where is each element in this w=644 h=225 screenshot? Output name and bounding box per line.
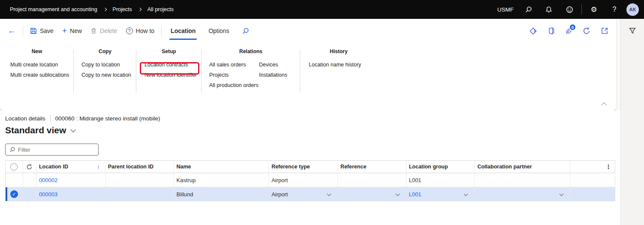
group-title: Setup (136, 48, 202, 55)
column-header-reference[interactable]: Reference (338, 161, 406, 173)
breadcrumb-projects[interactable]: Projects (113, 6, 132, 12)
attachments-count-badge: 0 (569, 24, 576, 31)
column-header-collaboration-partner[interactable]: Collaboration partner (475, 161, 570, 173)
company-picker[interactable]: USMF (497, 6, 514, 13)
reference-dropdown[interactable] (338, 187, 406, 201)
row-select-cell[interactable] (6, 173, 23, 187)
top-navigation-bar: Project management and accounting Projec… (0, 0, 644, 19)
location-id-link[interactable]: 000002 (39, 177, 57, 183)
column-header-parent-location-id[interactable]: Parent location ID (105, 161, 174, 173)
gear-icon: ⚙ (590, 6, 597, 13)
command-search-button[interactable] (242, 27, 249, 35)
open-in-office-button[interactable] (548, 27, 555, 35)
selected-check-icon[interactable]: ✓ (10, 190, 18, 198)
tab-options[interactable]: Options (203, 25, 234, 37)
locations-grid: Location ID ↑ Parent location ID Name Re… (5, 160, 615, 201)
table-row[interactable]: 000002 Kastrup Airport L001 (6, 173, 615, 187)
command-divider (161, 25, 162, 36)
refresh-button[interactable] (583, 27, 590, 35)
caption-divider (50, 115, 51, 122)
menu-item-copy-to-location[interactable]: Copy to location (81, 60, 136, 69)
menu-item-copy-to-new-location[interactable]: Copy to new location (81, 70, 136, 80)
feedback-button[interactable] (559, 0, 580, 19)
power-apps-button[interactable] (529, 27, 537, 35)
menu-item-devices[interactable]: Devices (259, 60, 287, 69)
user-avatar[interactable]: AK (626, 3, 639, 16)
chevron-right-icon (103, 8, 106, 11)
bell-icon (545, 6, 552, 13)
menu-item-projects[interactable]: Projects (209, 70, 259, 80)
refresh-cell (23, 161, 36, 173)
tab-location[interactable]: Location (166, 25, 201, 37)
group-title: New (0, 48, 74, 55)
funnel-icon (629, 27, 636, 35)
back-button[interactable]: ← (3, 25, 20, 36)
column-header-name[interactable]: Name (174, 161, 269, 173)
column-header-location-id[interactable]: Location ID ↑ (36, 161, 105, 173)
location-id-link[interactable]: 000003 (39, 191, 57, 198)
filter-rail (620, 19, 644, 225)
question-circle-icon: ? (126, 27, 133, 34)
ribbon-group-setup: Setup Location contracts New location id… (136, 47, 202, 111)
plus-icon: + (62, 28, 67, 34)
help-button[interactable]: ? (604, 0, 625, 19)
collaboration-partner-dropdown[interactable] (475, 187, 570, 201)
save-icon (30, 27, 37, 34)
new-button[interactable]: + New (58, 25, 86, 37)
filter-input[interactable] (18, 147, 95, 153)
menu-item-location-contracts[interactable]: Location contracts (144, 60, 202, 69)
ribbon-group-new: New Multi create location Multi create s… (0, 47, 74, 111)
collapse-pane-button[interactable] (598, 99, 609, 108)
chevron-down-icon[interactable] (560, 192, 564, 196)
chevron-down-icon[interactable] (464, 192, 468, 196)
filter-pane-button[interactable] (626, 24, 639, 38)
reference-type-dropdown[interactable]: Airport (269, 187, 338, 201)
menu-item-new-location-identifier[interactable]: New location identifier (144, 70, 202, 80)
ribbon-group-relations: Relations All sales orders Projects All … (202, 47, 300, 111)
view-name: Standard view (5, 125, 66, 135)
menu-item-all-sales-orders[interactable]: All sales orders (209, 60, 259, 69)
grid-refresh-button[interactable] (26, 164, 33, 170)
select-all-checkbox[interactable] (10, 163, 18, 171)
open-in-new-window-button[interactable] (601, 27, 608, 35)
chevron-down-icon[interactable] (327, 192, 331, 196)
ribbon-group-history: History Location name history (300, 47, 377, 111)
column-header-location-group[interactable]: Location group (406, 161, 475, 173)
save-button[interactable]: Save (26, 25, 58, 37)
chevron-down-icon[interactable] (395, 192, 400, 196)
how-to-label: How to (136, 27, 155, 34)
notifications-button[interactable] (539, 0, 559, 19)
group-title: History (300, 48, 377, 55)
action-pane-flyout: New Multi create location Multi create s… (0, 43, 616, 111)
menu-item-all-production-orders[interactable]: All production orders (209, 81, 259, 90)
topbar-divider (581, 4, 582, 15)
grid-filter-box (5, 144, 99, 156)
view-selector[interactable]: Standard view (5, 125, 74, 135)
sort-ascending-icon: ↑ (97, 164, 100, 170)
column-header-reference-type[interactable]: Reference type (269, 161, 338, 173)
location-group-dropdown[interactable]: L001 (406, 187, 475, 201)
search-icon (242, 27, 249, 35)
column-options-cell: ⋮ (570, 161, 615, 173)
table-row-selected[interactable]: ✓ 000003 Billund Airport L001 (6, 187, 615, 201)
row-select-cell[interactable]: ✓ (6, 187, 23, 201)
popout-icon (601, 27, 608, 35)
group-title: Relations (202, 48, 300, 55)
breadcrumb: Project management and accounting Projec… (0, 6, 174, 12)
menu-item-multi-create-location[interactable]: Multi create location (10, 60, 74, 69)
menu-item-multi-create-sublocations[interactable]: Multi create sublocations (10, 70, 74, 80)
search-button[interactable] (518, 0, 539, 19)
action-pane: ← Save + New Delete ? How to (0, 19, 616, 111)
attachments-button[interactable]: 0 (565, 27, 572, 35)
group-title: Copy (74, 48, 136, 55)
how-to-button[interactable]: ? How to (122, 25, 159, 37)
menu-item-installations[interactable]: Installations (259, 70, 287, 80)
breadcrumb-all-projects[interactable]: All projects (147, 6, 174, 12)
breadcrumb-module[interactable]: Project management and accounting (10, 6, 97, 12)
column-options-button[interactable]: ⋮ (605, 163, 611, 170)
settings-button[interactable]: ⚙ (584, 0, 604, 19)
chevron-up-icon (601, 102, 607, 108)
refresh-icon (26, 164, 33, 170)
delete-button[interactable]: Delete (86, 25, 121, 37)
menu-item-location-name-history[interactable]: Location name history (309, 60, 377, 69)
